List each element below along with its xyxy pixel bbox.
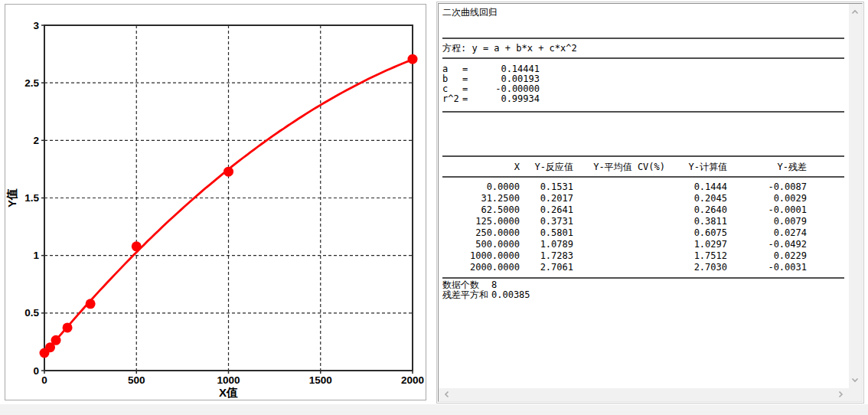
results-report[interactable]: 二次曲线回归 方程: y = a + b*x + c*x^2 a=0.14441… (440, 5, 848, 387)
table-cell (573, 239, 665, 250)
data-point-marker (224, 167, 233, 177)
table-cell: 0.1531 (520, 181, 573, 193)
table-header-cell: Y-计算值 (665, 162, 727, 173)
table-cell: 125.0000 (442, 216, 520, 227)
table-cell: 0.2017 (520, 193, 573, 204)
parameter-eq: = (462, 94, 472, 104)
table-cell: 62.5000 (442, 204, 520, 216)
y-axis-label: Y值 (5, 188, 18, 208)
tick-labels: 050010001500200000.511.522.53 (24, 20, 424, 387)
table-cell: 1.0297 (665, 239, 727, 250)
app-window: 050010001500200000.511.522.53X值Y值 二次曲线回归… (0, 0, 868, 415)
data-point-marker (63, 322, 73, 332)
table-cell: 0.3731 (520, 216, 573, 227)
table-header-cell: Y-残差 (727, 162, 807, 173)
table-row: 62.50000.26410.2640-0.0001 (442, 204, 848, 216)
table-cell: 1000.0000 (442, 250, 520, 262)
table-cell (573, 227, 665, 239)
separator (442, 277, 844, 279)
table-cell: 1.0789 (520, 239, 573, 250)
table-cell: 1.7512 (665, 250, 727, 262)
separator (442, 38, 844, 39)
data-point-marker (51, 335, 61, 345)
axis-ticks (41, 25, 413, 374)
summary-value: 8 (491, 279, 497, 290)
table-row: 250.00000.58010.60750.0274 (442, 227, 848, 239)
separator (442, 57, 844, 59)
parameter-name: r^2 (442, 94, 462, 104)
table-cell (573, 181, 665, 193)
table-cell (573, 262, 665, 273)
table-header-cell: X (442, 162, 520, 173)
table-body: 0.00000.15310.1444-0.008731.25000.20170.… (442, 181, 848, 273)
svg-text:1500: 1500 (309, 374, 332, 386)
svg-text:2: 2 (33, 135, 39, 146)
table-cell: -0.0087 (727, 181, 807, 193)
report-summary: 数据个数8残差平方和0.00385 (442, 280, 848, 300)
horizontal-scrollbar[interactable] (439, 388, 862, 401)
vertical-scrollbar[interactable] (849, 4, 862, 388)
data-point-marker (86, 299, 96, 309)
table-cell: 0.5801 (520, 227, 573, 239)
table-row: 0.00000.15310.1444-0.0087 (442, 181, 848, 193)
table-cell: 0.2045 (665, 193, 727, 204)
table-header-row: XY-反应值Y-平均值 CV(%)Y-计算值Y-残差 (442, 162, 848, 173)
table-cell: 0.0000 (442, 181, 520, 193)
table-cell: 2.7061 (520, 262, 573, 273)
table-cell (573, 216, 665, 227)
table-cell: 0.0274 (727, 227, 807, 239)
svg-text:2.5: 2.5 (24, 77, 39, 89)
chevron-right-icon[interactable] (837, 390, 844, 398)
summary-value: 0.00385 (491, 289, 530, 300)
table-cell: 2000.0000 (442, 262, 520, 273)
x-axis-label: X值 (219, 386, 238, 399)
data-point-marker (132, 241, 142, 251)
chevron-down-icon[interactable] (851, 376, 859, 384)
table-cell: 0.0229 (727, 250, 807, 262)
table-cell: 1.7283 (520, 250, 573, 262)
separator (442, 155, 844, 157)
table-row: 125.00000.37310.38110.0079 (442, 216, 848, 227)
svg-text:1.5: 1.5 (24, 192, 39, 204)
parameter-val: 0.99934 (472, 94, 540, 104)
report-title: 二次曲线回归 (442, 7, 848, 18)
results-inner-frame: 二次曲线回归 方程: y = a + b*x + c*x^2 a=0.14441… (438, 3, 863, 402)
table-cell: 31.2500 (442, 193, 520, 204)
table-cell: 0.2640 (665, 204, 727, 216)
table-cell: -0.0001 (727, 204, 807, 216)
table-cell (573, 250, 665, 262)
table-cell: 0.0079 (727, 216, 807, 227)
svg-text:500: 500 (128, 374, 145, 386)
separator (442, 111, 844, 113)
table-header-cell: Y-反应值 (520, 162, 573, 173)
grid (44, 25, 413, 371)
table-header-cell: Y-平均值 CV(%) (573, 162, 665, 173)
table-cell: -0.0031 (727, 262, 807, 273)
chevron-up-icon[interactable] (851, 8, 859, 16)
table-cell: 0.6075 (665, 227, 727, 239)
table-cell (573, 204, 665, 216)
separator (442, 176, 844, 178)
svg-text:0.5: 0.5 (24, 307, 39, 319)
data-point-marker (408, 54, 418, 64)
results-panel: 二次曲线回归 方程: y = a + b*x + c*x^2 a=0.14441… (436, 2, 864, 404)
parameter-row: r^2=0.99934 (442, 94, 848, 104)
table-cell: 500.0000 (442, 239, 520, 250)
table-row: 31.25000.20170.20450.0029 (442, 193, 848, 204)
fit-parameters: a=0.14441b=0.00193c=-0.00000r^2=0.99934 (442, 64, 848, 104)
svg-text:1000: 1000 (217, 374, 240, 386)
chevron-left-icon[interactable] (443, 390, 451, 398)
window-background-strip (0, 404, 868, 415)
svg-text:3: 3 (33, 20, 39, 31)
table-cell: -0.0492 (727, 239, 807, 250)
regression-chart: 050010001500200000.511.522.53X值Y值 (5, 5, 426, 400)
equation-line: 方程: y = a + b*x + c*x^2 (442, 43, 848, 54)
table-cell: 0.3811 (665, 216, 727, 227)
table-cell: 0.2641 (520, 204, 573, 216)
svg-text:1: 1 (33, 250, 39, 261)
table-cell: 0.0029 (727, 193, 807, 204)
table-row: 2000.00002.70612.7030-0.0031 (442, 262, 848, 273)
table-row: 1000.00001.72831.75120.0229 (442, 250, 848, 262)
table-row: 500.00001.07891.0297-0.0492 (442, 239, 848, 250)
chart-panel: 050010001500200000.511.522.53X值Y值 (5, 4, 426, 400)
